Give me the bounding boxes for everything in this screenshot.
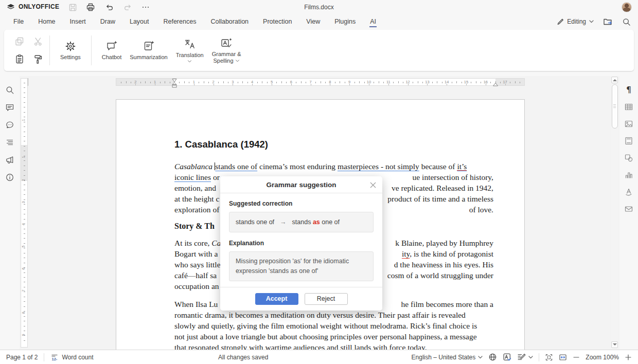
editing-mode-selector[interactable]: Editing xyxy=(556,18,594,26)
explanation-text: Missing preposition 'as' for the idiomat… xyxy=(229,251,374,281)
document-title: Films.docx xyxy=(0,0,638,14)
fit-width-icon xyxy=(559,353,567,361)
text-art-icon xyxy=(624,187,633,196)
comments-icon xyxy=(5,103,14,112)
tab-references[interactable]: References xyxy=(156,14,203,29)
word-count-label: Word count xyxy=(62,354,93,361)
menu-bar: FileHomeInsertDrawLayoutReferencesCollab… xyxy=(0,14,638,29)
summarization-button[interactable]: Summarization xyxy=(126,38,171,63)
title-bar: ONLYOFFICE Films.docx xyxy=(0,0,638,14)
status-bar: Page 1 of 2 12- Word count All changes s… xyxy=(0,350,638,364)
zoom-in-button[interactable] xyxy=(625,354,632,361)
paragraph-settings-button[interactable]: ¶ xyxy=(626,85,631,95)
dialog-footer: Accept Reject xyxy=(220,287,382,311)
grammar-spelling-button[interactable]: Grammar & Spelling xyxy=(208,35,245,66)
chatbot-button[interactable]: Chatbot xyxy=(98,38,126,63)
dialog-header[interactable]: Grammar suggestion xyxy=(220,176,382,193)
spellcheck-icon xyxy=(503,353,511,361)
table-icon xyxy=(624,102,633,112)
tab-layout[interactable]: Layout xyxy=(122,14,156,29)
search-icon xyxy=(5,85,14,95)
navigation-headings-button[interactable] xyxy=(5,138,14,147)
chevron-down-icon xyxy=(478,356,483,359)
plus-icon xyxy=(625,354,632,361)
shape-icon xyxy=(624,153,633,162)
spell-checking-button[interactable] xyxy=(503,353,511,361)
find-button[interactable] xyxy=(5,85,14,95)
scrollbar-thumb[interactable] xyxy=(612,84,618,129)
right-indent-marker[interactable] xyxy=(493,83,498,86)
chart-settings-button[interactable] xyxy=(624,170,633,179)
horizontal-ruler: 211234567891011121314151617 xyxy=(116,78,525,86)
reject-button[interactable]: Reject xyxy=(305,293,348,305)
grammar-suggestion-dialog: Grammar suggestion Suggested correction … xyxy=(220,176,382,311)
mail-merge-button[interactable] xyxy=(624,204,633,213)
info-icon xyxy=(5,173,14,182)
left-indent-marker[interactable] xyxy=(172,82,177,88)
tab-view[interactable]: View xyxy=(299,14,327,29)
globe-icon xyxy=(488,353,497,361)
tab-ai[interactable]: AI xyxy=(363,14,383,29)
chatbot-icon xyxy=(105,40,118,52)
set-document-language-button[interactable] xyxy=(488,353,497,361)
correction-replacement: stands as one of xyxy=(292,219,340,226)
fit-width-button[interactable] xyxy=(559,353,567,361)
scroll-up-button[interactable] xyxy=(611,77,618,83)
tab-insert[interactable]: Insert xyxy=(63,14,93,29)
copy-button[interactable] xyxy=(14,37,25,47)
tab-collaboration[interactable]: Collaboration xyxy=(203,14,256,29)
about-button[interactable] xyxy=(5,173,14,182)
chat-button[interactable] xyxy=(5,120,14,130)
fit-page-button[interactable] xyxy=(545,353,553,361)
chat-icon xyxy=(5,120,14,130)
header-footer-icon xyxy=(624,136,633,145)
translation-icon xyxy=(184,38,196,50)
feedback-button[interactable] xyxy=(5,155,14,165)
scroll-down-button[interactable] xyxy=(611,341,618,348)
language-label: English – United States xyxy=(412,354,476,361)
ai-settings-button[interactable]: Settings xyxy=(56,38,85,63)
paste-button[interactable] xyxy=(14,54,25,64)
image-icon xyxy=(624,119,633,129)
translation-label-wrap: Summarization xyxy=(130,54,167,61)
editing-mode-label: Editing xyxy=(567,18,586,25)
comments-button[interactable] xyxy=(5,103,14,112)
save-status: All changes saved xyxy=(218,354,268,361)
settings-label: Settings xyxy=(60,54,81,61)
table-settings-button[interactable] xyxy=(624,102,633,112)
doc-line: slowly and quietly, giving the film emot… xyxy=(174,320,493,331)
ribbon-panel: Settings Chatbot Summarization Translati… xyxy=(4,30,634,71)
format-painter-button[interactable] xyxy=(33,54,43,64)
language-selector[interactable]: English – United States xyxy=(412,354,483,361)
user-avatar[interactable] xyxy=(622,2,632,12)
doc-line: Casablanca stands one of cinema’s most e… xyxy=(174,161,493,172)
image-settings-button[interactable] xyxy=(624,119,633,129)
open-file-location-button[interactable] xyxy=(603,17,613,26)
explanation-label: Explanation xyxy=(229,240,374,247)
grammar-spelling-icon xyxy=(220,37,233,49)
cut-button[interactable] xyxy=(33,37,43,47)
track-changes-button[interactable] xyxy=(517,353,533,361)
word-count-button[interactable]: 12- Word count xyxy=(50,353,93,361)
translation-button[interactable]: Translation xyxy=(172,36,208,65)
suggested-correction-label: Suggested correction xyxy=(229,200,374,208)
chart-icon xyxy=(624,170,633,179)
tab-draw[interactable]: Draw xyxy=(93,14,122,29)
megaphone-icon xyxy=(5,155,14,165)
left-toolbar xyxy=(0,76,20,350)
search-button[interactable] xyxy=(622,17,631,26)
tab-protection[interactable]: Protection xyxy=(256,14,299,29)
zoom-out-button[interactable] xyxy=(573,354,580,361)
tab-plugins[interactable]: Plugins xyxy=(327,14,363,29)
close-icon xyxy=(369,181,377,189)
chevron-down-icon xyxy=(589,20,594,23)
menu-tabs: FileHomeInsertDrawLayoutReferencesCollab… xyxy=(6,14,383,29)
tab-file[interactable]: File xyxy=(6,14,31,29)
text-art-settings-button[interactable] xyxy=(624,187,633,196)
dialog-close-button[interactable] xyxy=(369,181,377,189)
tab-home[interactable]: Home xyxy=(31,14,62,29)
accept-button[interactable]: Accept xyxy=(255,293,298,305)
header-footer-settings-button[interactable] xyxy=(624,136,633,145)
shape-settings-button[interactable] xyxy=(624,153,633,162)
doc-heading-2: Story & Th xyxy=(174,222,215,231)
